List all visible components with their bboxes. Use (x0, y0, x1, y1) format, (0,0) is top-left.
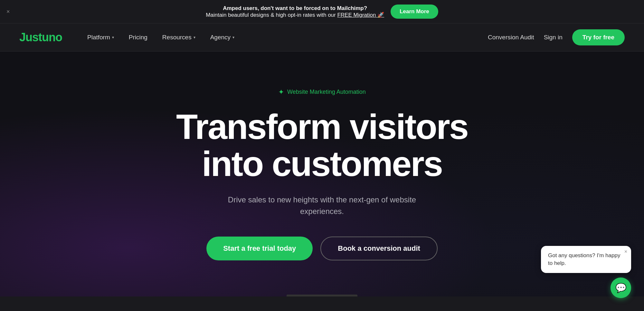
chat-bubble-text: Got any questions? I'm happy to help. (548, 252, 624, 267)
nav-pricing-label: Pricing (129, 34, 147, 41)
logo-text-accent: uno (42, 31, 62, 44)
hero-buttons: Start a free trial today Book a conversi… (206, 237, 438, 260)
announcement-bar: × Amped users, don't want to be forced o… (0, 0, 644, 24)
cta-primary-button[interactable]: Start a free trial today (206, 237, 313, 260)
hero-title-line2: into customers (202, 144, 442, 183)
bottom-bar-indicator (287, 295, 357, 296)
chat-widget: × Got any questions? I'm happy to help. … (541, 246, 631, 298)
nav-resources[interactable]: Resources ▾ (156, 31, 201, 44)
announcement-link[interactable]: FREE Migration 🚀 (337, 12, 384, 18)
nav-conversion-audit[interactable]: Conversion Audit (488, 34, 534, 41)
navbar: Justuno Platform ▾ Pricing Resources ▾ A… (0, 24, 644, 52)
hero-title: Transform visitors into customers (176, 108, 468, 182)
chevron-down-icon-2: ▾ (194, 35, 195, 40)
hero-badge-text: Website Marketing Automation (287, 89, 366, 95)
hero-badge: ✦ Website Marketing Automation (278, 88, 366, 96)
hero-subtitle: Drive sales to new heights with the next… (209, 194, 435, 217)
nav-platform-label: Platform (87, 34, 110, 41)
announcement-main-text: Amped users, don't want to be forced on … (223, 5, 367, 11)
chevron-down-icon: ▾ (112, 35, 114, 40)
cta-secondary-button[interactable]: Book a conversion audit (320, 237, 438, 260)
hero-title-line1: Transform visitors (176, 107, 468, 146)
chat-open-button[interactable]: 💬 (611, 277, 631, 298)
chevron-down-icon-3: ▾ (232, 35, 234, 40)
nav-links: Platform ▾ Pricing Resources ▾ Agency ▾ (81, 31, 488, 44)
nav-resources-label: Resources (162, 34, 192, 41)
announcement-text: Amped users, don't want to be forced on … (206, 5, 384, 18)
nav-right: Conversion Audit Sign in Try for free (488, 29, 625, 45)
try-free-button[interactable]: Try for free (572, 29, 625, 45)
chat-bubble: × Got any questions? I'm happy to help. (541, 246, 631, 273)
sparkle-icon: ✦ (278, 88, 284, 96)
nav-agency[interactable]: Agency ▾ (204, 31, 240, 44)
learn-more-button[interactable]: Learn More (391, 5, 438, 19)
nav-sign-in[interactable]: Sign in (544, 34, 563, 41)
announcement-sub-text: Maintain beautiful designs & high opt-in… (206, 12, 337, 18)
chat-icon: 💬 (615, 283, 627, 293)
logo-text-plain: Just (19, 31, 42, 44)
nav-pricing[interactable]: Pricing (123, 31, 153, 44)
logo[interactable]: Justuno (19, 31, 62, 44)
chat-close-button[interactable]: × (624, 249, 627, 254)
nav-platform[interactable]: Platform ▾ (81, 31, 120, 44)
nav-agency-label: Agency (210, 34, 231, 41)
announcement-close-button[interactable]: × (6, 9, 10, 15)
